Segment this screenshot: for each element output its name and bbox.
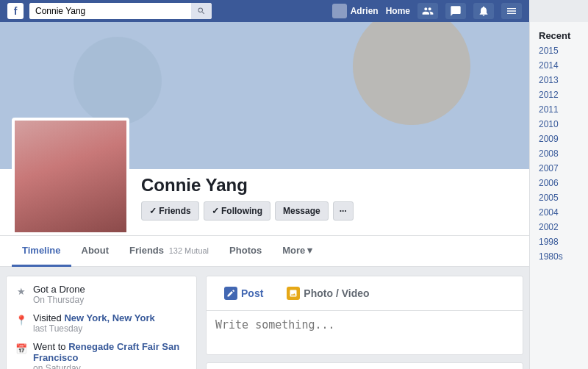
messages-icon[interactable] — [445, 3, 466, 19]
timeline-2002[interactable]: 2002 — [539, 220, 579, 234]
more-actions-button[interactable]: ··· — [333, 201, 354, 221]
timeline-2005[interactable]: 2005 — [539, 190, 579, 205]
star-icon: ★ — [15, 285, 27, 297]
friends-icon[interactable] — [417, 3, 438, 19]
tab-more[interactable]: More ▾ — [272, 236, 323, 267]
post-tab-label: Post — [241, 287, 263, 299]
activity-visited: 📍 Visited New York, New York last Tuesda… — [15, 312, 187, 334]
post-input-area[interactable] — [207, 311, 523, 354]
profile-name-area: Connie Yang ✓ Friends ✓ Following Messag… — [141, 169, 517, 226]
photo-icon — [287, 287, 300, 300]
nav-username: Adrien — [351, 6, 379, 16]
nav-avatar — [332, 4, 347, 18]
timeline-header: Recent — [539, 28, 579, 43]
photo-video-tab[interactable]: Photo / Video — [278, 282, 378, 304]
feed-post: Connie Yang July 18 at 2:16am 🌐 📱 🏷 ▾ Bi… — [206, 362, 523, 369]
home-link[interactable]: Home — [386, 6, 410, 16]
activity-drone: ★ Got a Drone On Thursday — [15, 284, 187, 305]
post-tab[interactable]: Post — [215, 282, 272, 304]
friends-button[interactable]: ✓ Friends — [141, 201, 199, 221]
timeline-2007[interactable]: 2007 — [539, 161, 579, 176]
post-header: Connie Yang July 18 at 2:16am 🌐 📱 🏷 ▾ — [207, 363, 523, 369]
timeline-1998[interactable]: 1998 — [539, 234, 579, 249]
search-bar[interactable] — [29, 3, 212, 19]
timeline-2006[interactable]: 2006 — [539, 176, 579, 190]
post-icon — [224, 287, 237, 300]
timeline-2015[interactable]: 2015 — [539, 43, 579, 58]
post-box-header: Post Photo / Video — [207, 276, 523, 311]
profile-actions: ✓ Friends ✓ Following Message ··· — [141, 201, 517, 221]
timeline-2010[interactable]: 2010 — [539, 117, 579, 132]
nav-right: Adrien Home — [332, 3, 522, 19]
calendar-icon: 📅 — [15, 343, 27, 354]
left-column: ★ Got a Drone On Thursday 📍 Visited New … — [6, 276, 197, 369]
profile-section: Connie Yang ✓ Friends ✓ Following Messag… — [0, 22, 529, 267]
timeline-sidebar: Recent 2015 2014 2013 2012 2011 2010 200… — [529, 22, 588, 369]
following-button[interactable]: ✓ Following — [204, 201, 270, 221]
right-column: Post Photo / Video — [206, 276, 523, 369]
search-button[interactable] — [191, 3, 212, 19]
timeline-2014[interactable]: 2014 — [539, 58, 579, 73]
timeline-2012[interactable]: 2012 — [539, 87, 579, 102]
activity-widget: ★ Got a Drone On Thursday 📍 Visited New … — [6, 276, 197, 369]
activity-visited-text: Visited New York, New York last Tuesday — [33, 312, 155, 334]
tab-timeline[interactable]: Timeline — [12, 236, 71, 267]
profile-avatar — [12, 118, 129, 235]
nav-user[interactable]: Adrien — [332, 4, 379, 18]
top-navigation: f Adrien Home — [0, 0, 529, 22]
post-input[interactable] — [215, 318, 514, 345]
avatar-image — [15, 121, 126, 232]
notifications-icon[interactable] — [473, 3, 494, 19]
location-link[interactable]: New York, New York — [64, 312, 154, 323]
activity-drone-text: Got a Drone On Thursday — [33, 284, 85, 305]
message-button[interactable]: Message — [275, 201, 329, 221]
activity-crafts: 📅 Went to Renegade Craft Fair San Franci… — [15, 341, 187, 369]
activity-crafts-text: Went to Renegade Craft Fair San Francisc… — [33, 341, 187, 369]
main-content: ★ Got a Drone On Thursday 📍 Visited New … — [0, 276, 529, 369]
timeline-2013[interactable]: 2013 — [539, 73, 579, 87]
tab-about[interactable]: About — [71, 236, 120, 267]
timeline-1980s[interactable]: 1980s — [539, 249, 579, 264]
timeline-2008[interactable]: 2008 — [539, 146, 579, 161]
post-box: Post Photo / Video — [206, 276, 523, 355]
timeline-2004[interactable]: 2004 — [539, 205, 579, 220]
tab-friends[interactable]: Friends 132 Mutual — [119, 236, 219, 267]
profile-name: Connie Yang — [141, 175, 517, 196]
craft-link[interactable]: Renegade Craft Fair San Francisco — [33, 341, 179, 363]
facebook-logo: f — [7, 3, 24, 19]
profile-info-bar: Connie Yang ✓ Friends ✓ Following Messag… — [0, 169, 529, 235]
location-icon: 📍 — [15, 314, 27, 326]
timeline-2009[interactable]: 2009 — [539, 132, 579, 146]
settings-icon[interactable] — [501, 3, 522, 19]
timeline-2011[interactable]: 2011 — [539, 102, 579, 117]
photo-tab-label: Photo / Video — [304, 287, 369, 299]
search-input[interactable] — [29, 3, 191, 19]
profile-tabs: Timeline About Friends 132 Mutual Photos… — [0, 235, 529, 266]
tab-photos[interactable]: Photos — [219, 236, 272, 267]
